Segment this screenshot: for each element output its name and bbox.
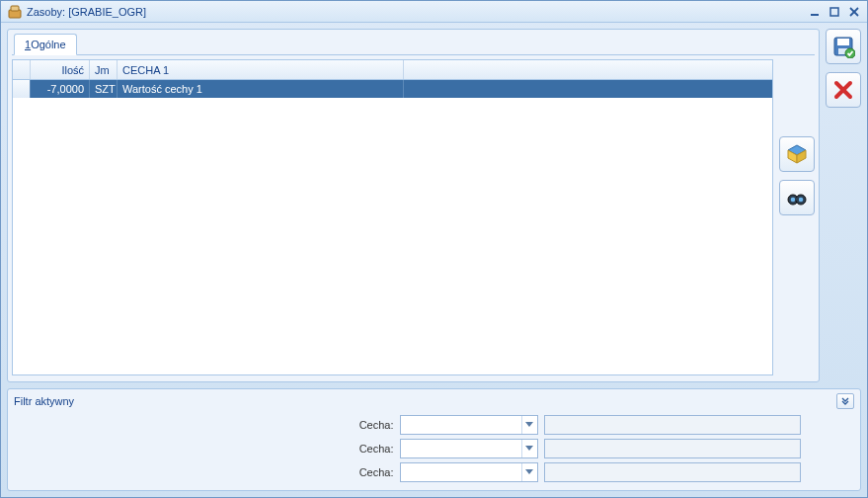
app-icon — [7, 4, 23, 20]
grid-body[interactable]: -7,0000 SZT Wartość cechy 1 — [13, 80, 772, 374]
filter-label-2: Cecha: — [68, 443, 394, 455]
close-window-button[interactable] — [845, 5, 863, 19]
filter-row-1: Cecha: — [14, 415, 854, 435]
svg-marker-20 — [525, 422, 533, 427]
main-panel: 1 Ogólne Ilość Jm CECHA 1 — [7, 29, 820, 382]
filter-title: Filtr aktywny — [14, 395, 74, 407]
svg-point-12 — [799, 198, 804, 203]
cell-ilosc: -7,0000 — [31, 80, 90, 98]
filter-collapse-button[interactable] — [836, 393, 854, 409]
filter-combo-3[interactable] — [400, 462, 538, 482]
tab-label: Ogólne — [31, 39, 65, 50]
col-cecha1[interactable]: CECHA 1 — [118, 60, 404, 79]
filter-combo-1[interactable] — [400, 415, 538, 435]
find-button[interactable] — [779, 180, 815, 215]
svg-rect-15 — [837, 39, 849, 45]
filter-row-3: Cecha: — [14, 462, 854, 482]
filter-header: Filtr aktywny — [14, 393, 854, 409]
maximize-button[interactable] — [826, 5, 843, 19]
svg-rect-13 — [795, 198, 799, 201]
filter-row-2: Cecha: — [14, 439, 854, 458]
col-indicator[interactable] — [13, 60, 31, 79]
cell-jm: SZT — [90, 80, 118, 98]
row-indicator — [13, 80, 31, 98]
grid[interactable]: Ilość Jm CECHA 1 -7,0000 SZT Wartość cec… — [12, 59, 773, 375]
close-icon — [832, 79, 854, 101]
filter-label-1: Cecha: — [68, 419, 394, 431]
grid-area: Ilość Jm CECHA 1 -7,0000 SZT Wartość cec… — [12, 59, 815, 375]
window: Zasoby: [GRABIE_OGR] 1 Ogólne — [0, 0, 868, 498]
package-button[interactable] — [779, 136, 815, 172]
cell-rest — [404, 80, 772, 98]
tab-ogolne[interactable]: 1 Ogólne — [14, 34, 77, 55]
chevron-down-double-icon — [840, 396, 850, 406]
filter-combo-2[interactable] — [400, 439, 538, 458]
save-icon — [831, 35, 855, 58]
window-title: Zasoby: [GRABIE_OGR] — [27, 6, 804, 18]
grid-header: Ilość Jm CECHA 1 — [13, 60, 772, 80]
filter-value-2[interactable] — [544, 439, 801, 458]
svg-marker-22 — [525, 469, 533, 474]
chevron-down-icon — [521, 440, 537, 457]
titlebar: Zasoby: [GRABIE_OGR] — [1, 1, 867, 23]
filter-value-3[interactable] — [544, 462, 801, 482]
svg-marker-21 — [525, 446, 533, 451]
cell-cecha1: Wartość cechy 1 — [118, 80, 404, 98]
upper-area: 1 Ogólne Ilość Jm CECHA 1 — [7, 29, 861, 382]
svg-point-11 — [791, 198, 796, 203]
save-button[interactable] — [826, 29, 861, 64]
filter-rows: Cecha: Cecha: — [14, 415, 854, 482]
svg-rect-1 — [11, 6, 19, 11]
client-area: 1 Ogólne Ilość Jm CECHA 1 — [1, 23, 867, 497]
chevron-down-icon — [521, 463, 537, 481]
minimize-button[interactable] — [806, 5, 824, 19]
right-toolbar — [826, 29, 861, 382]
col-rest — [404, 60, 772, 79]
package-icon — [786, 143, 808, 165]
svg-rect-3 — [830, 8, 838, 16]
filter-panel: Filtr aktywny Cecha: — [7, 388, 861, 491]
col-jm[interactable]: Jm — [90, 60, 118, 79]
tab-strip: 1 Ogólne — [12, 34, 815, 55]
table-row[interactable]: -7,0000 SZT Wartość cechy 1 — [13, 80, 772, 98]
filter-value-1[interactable] — [544, 415, 801, 435]
binoculars-icon — [786, 187, 808, 208]
col-ilosc[interactable]: Ilość — [31, 60, 90, 79]
chevron-down-icon — [521, 416, 537, 434]
close-button[interactable] — [826, 72, 861, 108]
filter-label-3: Cecha: — [68, 466, 394, 478]
grid-side-buttons — [779, 59, 815, 375]
